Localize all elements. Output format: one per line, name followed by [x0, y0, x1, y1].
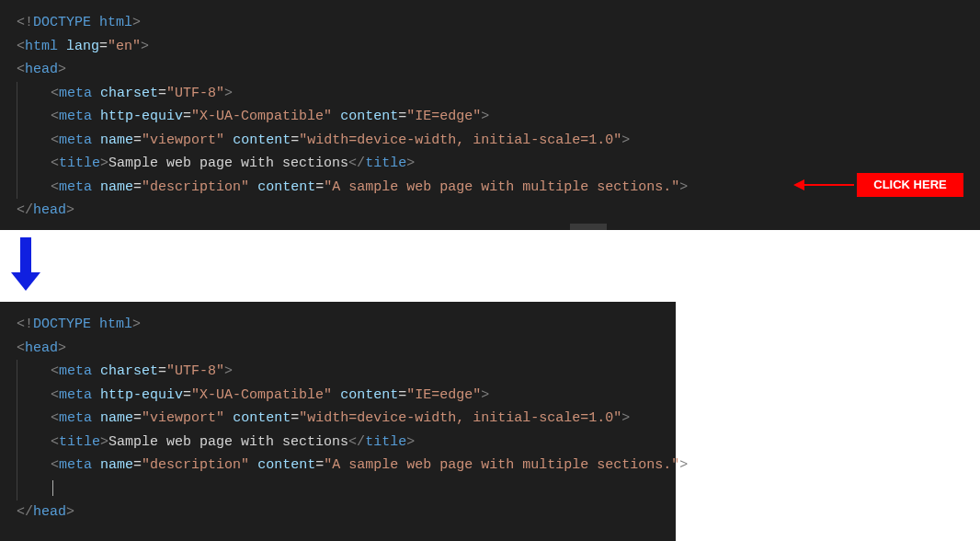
code-line[interactable]: </head>: [17, 199, 963, 223]
code-token: <: [51, 132, 59, 148]
code-token: <: [17, 62, 25, 77]
code-token: [224, 410, 233, 426]
code-line[interactable]: <meta name="viewport" content="width=dev…: [17, 407, 659, 431]
code-token: >: [224, 86, 233, 101]
code-line[interactable]: <!DOCTYPE html>: [17, 11, 963, 35]
code-token: >: [406, 155, 415, 171]
code-token: [91, 15, 99, 30]
code-token: =: [398, 109, 406, 124]
code-token: [92, 387, 100, 403]
code-line[interactable]: <meta http-equiv="X-UA-Compatible" conte…: [17, 105, 963, 129]
code-token: content: [233, 132, 291, 148]
code-token: <: [51, 155, 59, 171]
code-token: "viewport": [142, 410, 224, 426]
code-line[interactable]: <head>: [17, 337, 659, 361]
code-token: =: [158, 86, 166, 101]
code-line[interactable]: <meta charset="UTF-8">: [17, 360, 659, 384]
code-token: >: [481, 387, 489, 403]
code-token: [332, 387, 340, 403]
code-token: [224, 132, 233, 148]
code-token: "width=device-width, initial-scale=1.0": [299, 410, 621, 426]
code-token: >: [100, 155, 108, 171]
code-token: >: [66, 504, 74, 520]
code-token: >: [406, 434, 415, 450]
click-here-button[interactable]: CLICK HERE: [857, 173, 963, 197]
code-token: <: [51, 387, 59, 403]
code-line[interactable]: [17, 478, 659, 501]
code-line[interactable]: <meta name="description" content="A samp…: [17, 176, 963, 200]
code-token: <: [51, 457, 59, 473]
code-body-after[interactable]: <!DOCTYPE html><head> <meta charset="UTF…: [17, 313, 659, 524]
code-token: head: [25, 62, 58, 77]
code-token: "A sample web page with multiple section…: [324, 179, 679, 195]
code-token: "UTF-8": [166, 86, 224, 101]
code-line[interactable]: <html lang="en">: [17, 35, 963, 59]
code-token: >: [679, 179, 688, 195]
code-token: [91, 317, 99, 332]
code-token: =: [158, 363, 166, 379]
code-token: <: [51, 410, 59, 426]
code-token: DOCTYPE: [33, 317, 91, 332]
code-token: meta: [59, 109, 92, 124]
scrollbar-thumb[interactable]: [570, 224, 607, 230]
code-token: content: [233, 410, 291, 426]
code-token: "description": [142, 179, 249, 195]
code-token: [92, 86, 100, 101]
code-token: http-equiv: [100, 387, 183, 403]
code-token: meta: [59, 410, 92, 426]
code-token: Sample web page with sections: [108, 434, 348, 450]
code-token: >: [621, 132, 630, 148]
code-line[interactable]: <meta charset="UTF-8">: [17, 82, 963, 106]
code-body-before[interactable]: <!DOCTYPE html><html lang="en"><head> <m…: [17, 11, 963, 223]
code-token: [249, 179, 257, 195]
code-token: >: [621, 410, 630, 426]
code-token: DOCTYPE: [33, 15, 91, 30]
code-token: meta: [59, 86, 92, 101]
code-token: >: [58, 340, 66, 356]
code-token: html: [99, 317, 132, 332]
code-token: "width=device-width, initial-scale=1.0": [299, 132, 621, 148]
code-line[interactable]: <meta name="viewport" content="width=dev…: [17, 129, 963, 153]
code-token: [92, 179, 100, 195]
code-line[interactable]: <title>Sample web page with sections</ti…: [17, 431, 659, 455]
code-token: "IE=edge": [406, 387, 481, 403]
code-line[interactable]: <meta http-equiv="X-UA-Compatible" conte…: [17, 384, 659, 408]
code-token: charset: [100, 363, 158, 379]
code-token: </: [17, 504, 33, 520]
code-token: =: [133, 179, 142, 195]
code-token: >: [224, 363, 233, 379]
code-token: name: [100, 179, 133, 195]
code-token: "X-UA-Compatible": [191, 109, 332, 124]
code-token: >: [100, 434, 108, 450]
code-token: "viewport": [142, 132, 224, 148]
code-token: meta: [59, 132, 92, 148]
code-editor-before[interactable]: <!DOCTYPE html><html lang="en"><head> <m…: [0, 0, 980, 230]
code-token: </: [348, 155, 365, 171]
code-token: =: [315, 457, 324, 473]
code-token: "A sample web page with multiple section…: [324, 457, 679, 473]
arrow-down-icon: [17, 237, 35, 289]
code-token: content: [340, 109, 398, 124]
code-line[interactable]: </head>: [17, 501, 659, 524]
code-token: >: [58, 62, 66, 77]
code-token: "description": [142, 457, 249, 473]
code-token: >: [481, 109, 489, 124]
code-token: html: [99, 15, 132, 30]
code-line[interactable]: <meta name="description" content="A samp…: [17, 454, 659, 478]
code-token: "IE=edge": [406, 109, 481, 124]
code-line[interactable]: <head>: [17, 58, 963, 82]
code-line[interactable]: <title>Sample web page with sections</ti…: [17, 152, 963, 176]
code-token: meta: [59, 387, 92, 403]
code-token: title: [365, 434, 406, 450]
code-token: >: [132, 15, 141, 30]
code-line[interactable]: <!DOCTYPE html>: [17, 313, 659, 337]
code-token: [332, 109, 340, 124]
code-token: title: [59, 434, 100, 450]
code-token: =: [133, 410, 142, 426]
code-editor-after[interactable]: <!DOCTYPE html><head> <meta charset="UTF…: [0, 302, 676, 541]
code-token: <: [51, 86, 59, 101]
code-token: http-equiv: [100, 109, 183, 124]
code-token: charset: [100, 86, 158, 101]
code-token: [92, 457, 100, 473]
code-token: <: [17, 340, 25, 356]
